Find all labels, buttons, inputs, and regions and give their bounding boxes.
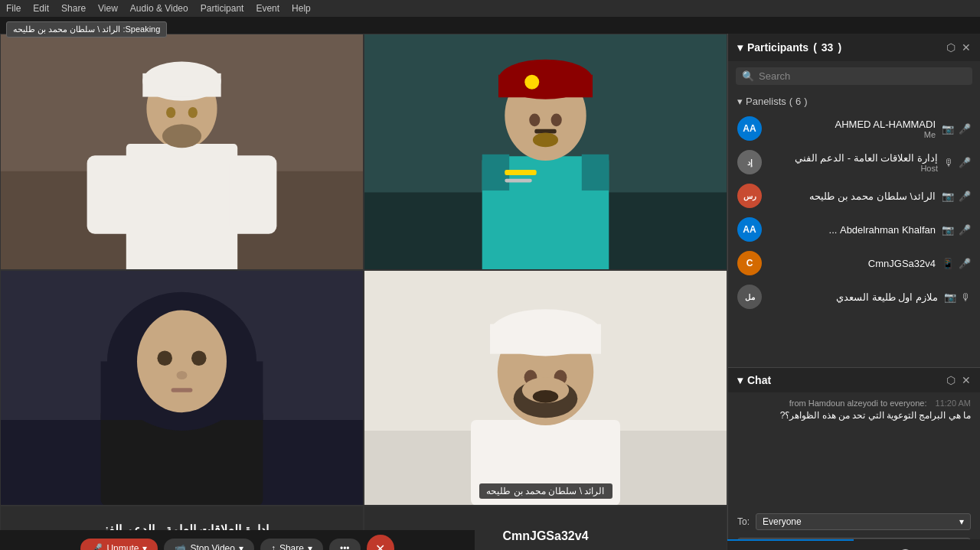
svg-point-34 <box>191 350 207 366</box>
speaking-indicator: Speaking: الرائد \ سلطان محمد بن طليحه <box>6 21 167 37</box>
close-chat-icon[interactable]: ✕ <box>962 374 971 386</box>
participant-name: CmnJGSa32v4 <box>768 258 936 269</box>
participant-info: ملازم اول طليعة السعدي <box>768 291 938 303</box>
video-cam-icon-4: 📷 <box>944 291 956 303</box>
share-button[interactable]: ↑ Share ▾ <box>260 539 323 550</box>
participant-name: الرائد\ سلطان محمد بن طليحه <box>768 190 936 202</box>
chat-header: ▾ Chat ⬡ ✕ <box>728 368 980 392</box>
pop-out-icon[interactable]: ⬡ <box>946 41 956 54</box>
svg-rect-5 <box>142 73 220 97</box>
avatar: AA <box>737 116 762 141</box>
participant-icons: 📷 🎙 <box>944 291 971 303</box>
dropdown-arrow-icon-3: ▾ <box>308 543 312 550</box>
svg-point-22 <box>551 114 562 127</box>
video-cam-icon: 📷 <box>942 123 954 135</box>
participant-item[interactable]: إد إدارة العلاقات العامة - الدعم الفني H… <box>731 145 977 179</box>
menu-view[interactable]: View <box>98 3 118 14</box>
chat-text: ما هي البرامج التوعوية التي تحد من هذه ا… <box>737 409 971 422</box>
video-cell-top-right <box>364 34 727 270</box>
pop-out-chat-icon[interactable]: ⬡ <box>946 374 956 386</box>
panelists-header[interactable]: ▾ Panelists (6) <box>731 91 977 112</box>
menu-event[interactable]: Event <box>256 3 279 14</box>
svg-point-35 <box>177 370 188 379</box>
svg-rect-17 <box>498 75 593 98</box>
svg-point-47 <box>533 390 558 403</box>
svg-rect-10 <box>87 155 134 233</box>
tab-chat[interactable]: 💬 Chat <box>854 539 980 550</box>
menu-share[interactable]: Share <box>61 3 86 14</box>
menu-participant[interactable]: Participant <box>201 3 244 14</box>
bottom-toolbar: 🎤 Unmute ▾ 📹 Stop Video ▾ ↑ Share ▾ ••• … <box>0 530 475 550</box>
more-options-button[interactable]: ••• <box>329 539 361 550</box>
end-call-button[interactable]: ✕ <box>367 535 394 550</box>
participant-icons: 📷 🎤 <box>942 123 971 135</box>
participant-role: Host <box>768 164 938 173</box>
chevron-down-icon-panelists: ▾ <box>737 96 743 107</box>
video-icon: 📹 <box>175 543 186 550</box>
to-dropdown[interactable]: Everyone ▾ <box>756 513 971 530</box>
unmute-button[interactable]: 🎤 Unmute ▾ <box>80 539 158 550</box>
menu-file[interactable]: File <box>6 3 21 14</box>
svg-rect-3 <box>126 144 237 268</box>
dropdown-chevron-icon: ▾ <box>959 516 964 527</box>
participant-item[interactable]: C CmnJGSa32v4 📱 🎤 <box>731 246 977 280</box>
participant-info: Abdelrahman Khalfan ... <box>768 224 936 236</box>
mic-active-icon: 🎤 <box>959 190 971 202</box>
svg-rect-26 <box>505 179 531 183</box>
participant-name: Abdelrahman Khalfan ... <box>768 224 936 236</box>
chat-to-row: To: Everyone ▾ <box>728 510 980 533</box>
participant-icons: 📷 🎤 <box>942 190 971 202</box>
menu-help[interactable]: Help <box>292 3 311 14</box>
video-cell-top-left <box>0 34 364 270</box>
menu-audio-video[interactable]: Audio & Video <box>130 3 188 14</box>
stop-video-button[interactable]: 📹 Stop Video ▾ <box>164 539 254 550</box>
menu-edit[interactable]: Edit <box>33 3 49 14</box>
participant-item[interactable]: AA AHMED AL-HAMMADI Me 📷 🎤 <box>731 112 977 145</box>
svg-rect-36 <box>172 388 193 392</box>
participant-item[interactable]: AA Abdelrahman Khalfan ... 📷 🎤 <box>731 213 977 246</box>
chat-title: ▾ Chat <box>737 374 771 386</box>
search-input[interactable] <box>759 70 966 82</box>
video-name-overlay: الرائد \ سلطان محمد بن طليحه <box>479 483 612 499</box>
svg-point-32 <box>137 310 227 412</box>
search-box[interactable]: 🔍 <box>736 67 972 85</box>
chevron-down-icon-chat[interactable]: ▾ <box>737 374 743 386</box>
mic-muted-icon: 🎤 <box>959 123 971 135</box>
participant-name: إدارة العلاقات العامة - الدعم الفني <box>768 152 938 164</box>
dropdown-arrow-icon: ▾ <box>142 543 147 550</box>
chat-section: ▾ Chat ⬡ ✕ from Hamdoun alzeyodi to ever… <box>728 368 980 550</box>
video-area: الرائد \ سلطان محمد بن طليحه إدارة العلا… <box>0 34 727 550</box>
mic-active-icon-2: 🎙 <box>961 291 971 303</box>
video-cell-bottom-right: الرائد \ سلطان محمد بن طليحه <box>364 270 727 506</box>
participant-info: إدارة العلاقات العامة - الدعم الفني Host <box>768 152 938 173</box>
menu-bar: File Edit Share View Audio & Video Parti… <box>0 0 980 17</box>
participant-item[interactable]: مل ملازم اول طليعة السعدي 📷 🎙 <box>731 280 977 314</box>
right-panel: ▾ Participants (33) ⬡ ✕ 🔍 ▾ Panelists <box>727 34 980 550</box>
close-participants-icon[interactable]: ✕ <box>962 41 971 54</box>
avatar: رس <box>737 184 762 208</box>
participant-info: الرائد\ سلطان محمد بن طليحه <box>768 190 936 202</box>
mic-off-icon: 🎤 <box>91 543 103 550</box>
svg-point-7 <box>188 107 198 118</box>
mic-muted-icon-3: 🎤 <box>959 224 971 236</box>
avatar: مل <box>737 285 762 309</box>
video-cam-icon-3: 📷 <box>942 224 954 236</box>
chat-actions: ⬡ ✕ <box>946 374 971 386</box>
more-icon: ••• <box>340 543 350 550</box>
chat-messages: from Hamdoun alzeyodi to everyone: 11:20… <box>728 392 980 510</box>
tab-participants[interactable]: 👥 Participants <box>727 539 854 550</box>
svg-rect-42 <box>490 324 601 353</box>
participant-item[interactable]: رس الرائد\ سلطان محمد بن طليحه 📷 🎤 <box>731 179 977 213</box>
search-icon: 🔍 <box>742 70 754 82</box>
svg-point-18 <box>524 75 539 89</box>
phone-icon: 📱 <box>942 258 954 269</box>
dropdown-arrow-icon-2: ▾ <box>239 543 243 550</box>
participants-list: ▾ Panelists (6) AA AHMED AL-HAMMADI Me 📷… <box>728 91 980 367</box>
svg-point-9 <box>162 124 201 148</box>
chevron-down-icon[interactable]: ▾ <box>737 41 743 54</box>
participant-name: AHMED AL-HAMMADI <box>768 119 936 130</box>
share-icon: ↑ <box>271 543 276 550</box>
participants-header: ▾ Participants (33) ⬡ ✕ <box>728 34 980 61</box>
avatar: C <box>737 251 762 275</box>
video-cam-icon-2: 📷 <box>942 190 954 202</box>
